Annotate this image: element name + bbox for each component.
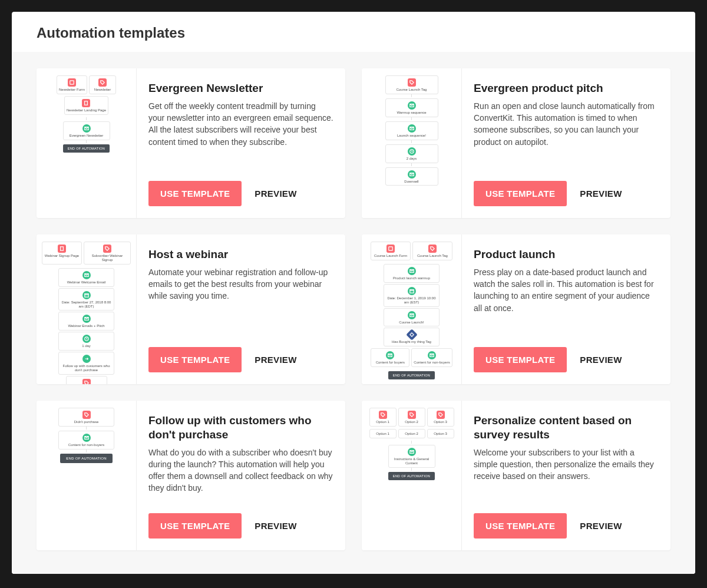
template-thumbnail: Webinar Signup Page Subscriber Webinar S… — [37, 234, 137, 384]
use-template-button[interactable]: USE TEMPLATE — [474, 347, 567, 372]
template-title: Host a webinar — [148, 247, 333, 262]
form-icon — [386, 245, 395, 253]
page-title: Automation templates — [37, 25, 670, 41]
tag-icon — [98, 78, 107, 87]
svg-rect-12 — [389, 247, 392, 250]
end-badge: END OF AUTOMATION — [388, 472, 435, 480]
template-thumbnail: Course Launch Form Course Launch Tag Pro… — [362, 234, 462, 384]
tag-icon — [408, 411, 416, 419]
templates-grid: Newsletter Form Newsletter Newsletter La… — [12, 52, 695, 574]
condition-icon — [406, 329, 418, 341]
end-badge: END OF AUTOMATION — [60, 454, 113, 463]
templates-modal: Automation templates Newsletter Form New… — [12, 12, 695, 574]
arrow-icon — [82, 355, 91, 363]
template-title: Personalize content based on survey resu… — [474, 414, 659, 442]
use-template-button[interactable]: USE TEMPLATE — [148, 513, 242, 539]
calendar-icon — [408, 287, 416, 295]
svg-rect-14 — [409, 289, 413, 293]
template-card-evergreen-newsletter: Newsletter Form Newsletter Newsletter La… — [37, 68, 345, 218]
svg-rect-0 — [70, 81, 74, 84]
mail-icon — [82, 124, 91, 133]
template-description: Run an open and close launch automatical… — [474, 100, 659, 148]
template-title: Evergreen product pitch — [474, 81, 659, 95]
preview-button[interactable]: PREVIEW — [580, 189, 622, 199]
tag-icon — [408, 78, 416, 87]
page-icon — [82, 99, 90, 107]
mail-icon — [428, 351, 436, 359]
modal-header: Automation templates — [12, 12, 695, 52]
calendar-icon — [82, 291, 91, 299]
svg-rect-9 — [84, 293, 88, 297]
template-description: What do you do with a subscriber who doe… — [148, 447, 333, 494]
svg-rect-1 — [85, 101, 88, 105]
use-template-button[interactable]: USE TEMPLATE — [148, 181, 242, 206]
preview-button[interactable]: PREVIEW — [580, 521, 622, 531]
mail-icon — [408, 101, 416, 110]
end-badge: END OF AUTOMATION — [63, 144, 110, 153]
clock-icon — [408, 147, 416, 156]
use-template-button[interactable]: USE TEMPLATE — [474, 513, 567, 539]
template-thumbnail: Newsletter Form Newsletter Newsletter La… — [37, 68, 137, 218]
tag-icon — [82, 411, 91, 419]
template-description: Automate your webinar registration and f… — [148, 266, 333, 302]
tag-icon — [428, 245, 437, 253]
template-thumbnail: Didn't purchase Content for non-buyers E… — [37, 401, 137, 550]
page-icon — [58, 245, 66, 253]
template-title: Follow up with customers who don't purch… — [148, 414, 333, 442]
preview-button[interactable]: PREVIEW — [255, 355, 296, 365]
tag-icon — [379, 411, 387, 419]
tag-icon — [82, 379, 91, 384]
template-card-personalize-survey: Option 1 Option 2 Option 3 Option 1 Opti… — [362, 401, 670, 550]
tag-icon — [437, 411, 445, 419]
template-card-host-a-webinar: Webinar Signup Page Subscriber Webinar S… — [37, 234, 345, 384]
svg-rect-7 — [61, 247, 64, 250]
template-thumbnail: Option 1 Option 2 Option 3 Option 1 Opti… — [362, 401, 462, 550]
mail-icon — [82, 434, 91, 442]
form-icon — [68, 78, 76, 87]
mail-icon — [386, 351, 394, 359]
use-template-button[interactable]: USE TEMPLATE — [148, 347, 242, 372]
preview-button[interactable]: PREVIEW — [255, 521, 296, 531]
mail-icon — [82, 315, 91, 323]
use-template-button[interactable]: USE TEMPLATE — [474, 181, 567, 206]
preview-button[interactable]: PREVIEW — [255, 189, 296, 199]
template-card-follow-up-non-purchase: Didn't purchase Content for non-buyers E… — [37, 401, 345, 550]
mail-icon — [408, 124, 416, 133]
end-badge: END OF AUTOMATION — [388, 371, 435, 379]
mail-icon — [408, 170, 416, 179]
template-card-product-launch: Course Launch Form Course Launch Tag Pro… — [362, 234, 670, 384]
mail-icon — [408, 311, 416, 319]
template-description: Welcome your subscribers to your list wi… — [474, 447, 659, 483]
mail-icon — [408, 448, 416, 456]
mail-icon — [408, 267, 416, 275]
template-description: Press play on a date-based product launc… — [474, 266, 659, 314]
template-thumbnail: Course Launch Tag Warmup sequence Launch… — [362, 68, 462, 218]
clock-icon — [82, 335, 91, 343]
template-card-evergreen-product-pitch: Course Launch Tag Warmup sequence Launch… — [362, 68, 670, 218]
template-description: Get off the weekly content treadmill by … — [148, 100, 333, 148]
template-title: Product launch — [474, 247, 659, 262]
preview-button[interactable]: PREVIEW — [580, 355, 622, 365]
mail-icon — [82, 271, 91, 279]
tag-icon — [103, 245, 111, 253]
template-title: Evergreen Newsletter — [148, 81, 333, 95]
